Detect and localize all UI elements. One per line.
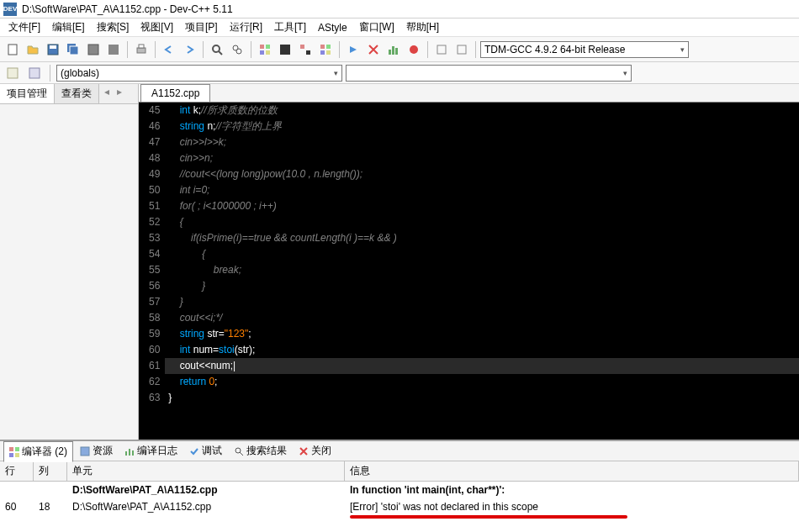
code-line[interactable]: string str="123"; bbox=[165, 326, 799, 342]
code-line[interactable]: } bbox=[165, 294, 799, 310]
tab-resources[interactable]: 资源 bbox=[75, 441, 118, 461]
new-file-button[interactable] bbox=[3, 40, 22, 59]
debug-button[interactable] bbox=[344, 40, 362, 59]
new-class-button[interactable] bbox=[3, 64, 22, 82]
menu-item[interactable]: 视图[V] bbox=[135, 18, 178, 36]
code-line[interactable]: int k;//所求质数的位数 bbox=[165, 103, 799, 119]
tab-classes[interactable]: 查看类 bbox=[55, 84, 99, 103]
tab-search-results[interactable]: 搜索结果 bbox=[229, 441, 292, 461]
menu-item[interactable]: 编辑[E] bbox=[47, 18, 90, 36]
code-line[interactable]: for( ; i<1000000 ; i++) bbox=[165, 198, 799, 214]
code-line[interactable]: //cout<<(long long)pow(10.0 , n.length()… bbox=[165, 166, 799, 182]
menu-item[interactable]: 运行[R] bbox=[225, 18, 267, 36]
close-file-button[interactable] bbox=[104, 40, 123, 59]
code-line[interactable]: int num=stoi(str); bbox=[165, 342, 799, 358]
compile-run-button[interactable] bbox=[296, 40, 315, 59]
menu-item[interactable]: AStyle bbox=[313, 20, 352, 35]
run-button[interactable] bbox=[276, 40, 294, 59]
compile-button[interactable] bbox=[256, 40, 274, 59]
globals-combo-text: (globals) bbox=[61, 67, 99, 79]
col-col[interactable]: 列 bbox=[34, 461, 67, 481]
redo-button[interactable] bbox=[180, 40, 198, 59]
message-row[interactable]: D:\SoftWare\PAT_A\A1152.cppIn function '… bbox=[0, 482, 799, 498]
svg-line-41 bbox=[240, 452, 243, 456]
code-line[interactable]: { bbox=[165, 214, 799, 230]
menu-item[interactable]: 搜索[S] bbox=[92, 18, 135, 36]
code-line[interactable]: string n;//字符型的上界 bbox=[165, 119, 799, 134]
code-line[interactable]: break; bbox=[165, 262, 799, 278]
col-info[interactable]: 信息 bbox=[345, 461, 799, 481]
tab-compile-log[interactable]: 编译日志 bbox=[119, 441, 183, 461]
open-button[interactable] bbox=[24, 40, 42, 59]
code-line[interactable]: { bbox=[165, 246, 799, 262]
svg-rect-23 bbox=[326, 50, 331, 55]
code-line[interactable]: cout<<num;| bbox=[165, 358, 799, 374]
svg-rect-14 bbox=[266, 45, 270, 49]
chevron-down-icon: ▾ bbox=[680, 45, 685, 54]
svg-rect-30 bbox=[8, 68, 18, 78]
code-line[interactable]: cin>>n; bbox=[165, 150, 799, 166]
rebuild-button[interactable] bbox=[316, 40, 335, 59]
stop-button[interactable] bbox=[364, 40, 383, 59]
nav-next-icon[interactable]: ▸ bbox=[114, 86, 125, 102]
file-tabs: A1152.cpp bbox=[139, 84, 799, 103]
save-as-button[interactable] bbox=[84, 40, 103, 59]
svg-rect-32 bbox=[9, 447, 13, 451]
tab-close[interactable]: 关闭 bbox=[294, 441, 336, 461]
close-icon bbox=[299, 446, 309, 456]
code-line[interactable]: } bbox=[165, 278, 799, 294]
print-button[interactable] bbox=[132, 40, 151, 59]
goto-button[interactable] bbox=[432, 40, 451, 59]
svg-rect-5 bbox=[88, 45, 98, 55]
menu-item[interactable]: 文件[F] bbox=[3, 18, 45, 36]
menu-item[interactable]: 工具[T] bbox=[269, 18, 311, 36]
svg-rect-34 bbox=[9, 453, 13, 457]
svg-rect-7 bbox=[137, 48, 146, 53]
bookmark-button[interactable] bbox=[452, 40, 471, 59]
replace-button[interactable] bbox=[228, 40, 246, 59]
save-all-button[interactable] bbox=[64, 40, 82, 59]
globals-combo[interactable]: (globals) ▾ bbox=[56, 65, 342, 82]
chevron-down-icon: ▾ bbox=[334, 69, 338, 77]
breakpoint-button[interactable] bbox=[405, 40, 423, 59]
svg-rect-17 bbox=[280, 45, 290, 55]
profile-button[interactable] bbox=[384, 40, 403, 59]
tab-debug[interactable]: 调试 bbox=[184, 441, 227, 461]
tab-project[interactable]: 项目管理 bbox=[0, 84, 55, 103]
bottom-tabs: 编译器 (2) 资源 编译日志 调试 搜索结果 关闭 bbox=[0, 441, 799, 461]
log-icon bbox=[124, 446, 135, 456]
col-line[interactable]: 行 bbox=[0, 461, 34, 481]
svg-rect-4 bbox=[70, 46, 78, 55]
menu-item[interactable]: 项目[P] bbox=[180, 18, 223, 36]
col-unit[interactable]: 单元 bbox=[67, 461, 345, 481]
menu-item[interactable]: 窗口[W] bbox=[354, 18, 400, 36]
search-icon bbox=[234, 446, 244, 456]
insert-button[interactable] bbox=[25, 64, 44, 82]
menu-item[interactable]: 帮助[H] bbox=[401, 18, 444, 36]
code-area[interactable]: int k;//所求质数的位数 string n;//字符型的上界 cin>>l… bbox=[165, 103, 799, 440]
svg-line-10 bbox=[219, 51, 222, 55]
undo-button[interactable] bbox=[160, 40, 178, 59]
code-line[interactable]: int i=0; bbox=[165, 182, 799, 198]
code-line[interactable]: return 0; bbox=[165, 374, 799, 390]
toolbar-secondary: (globals) ▾ ▾ bbox=[0, 62, 799, 84]
chevron-down-icon: ▾ bbox=[623, 69, 627, 77]
message-row[interactable]: 6018D:\SoftWare\PAT_A\A1152.cpp[Error] '… bbox=[0, 498, 799, 515]
code-line[interactable]: cin>>l>>k; bbox=[165, 134, 799, 150]
code-editor[interactable]: 45464748495051525354555657585960616263 i… bbox=[139, 103, 799, 440]
svg-rect-20 bbox=[320, 45, 325, 49]
svg-rect-25 bbox=[392, 46, 394, 55]
tab-compiler[interactable]: 编译器 (2) bbox=[3, 441, 73, 462]
file-tab[interactable]: A1152.cpp bbox=[140, 84, 210, 102]
titlebar: DEV D:\SoftWare\PAT_A\A1152.cpp - Dev-C+… bbox=[0, 0, 799, 18]
code-line[interactable]: cout<<i;*/ bbox=[165, 310, 799, 326]
symbols-combo[interactable]: ▾ bbox=[346, 65, 632, 82]
code-line[interactable]: } bbox=[165, 390, 799, 406]
save-button[interactable] bbox=[44, 40, 62, 59]
nav-prev-icon[interactable]: ◂ bbox=[101, 86, 113, 102]
svg-point-9 bbox=[213, 45, 220, 52]
svg-rect-36 bbox=[81, 447, 89, 456]
compiler-combo[interactable]: TDM-GCC 4.9.2 64-bit Release ▾ bbox=[480, 41, 689, 58]
find-button[interactable] bbox=[208, 40, 226, 59]
code-line[interactable]: if(isPrime(i)==true && countLength(i )==… bbox=[165, 230, 799, 246]
